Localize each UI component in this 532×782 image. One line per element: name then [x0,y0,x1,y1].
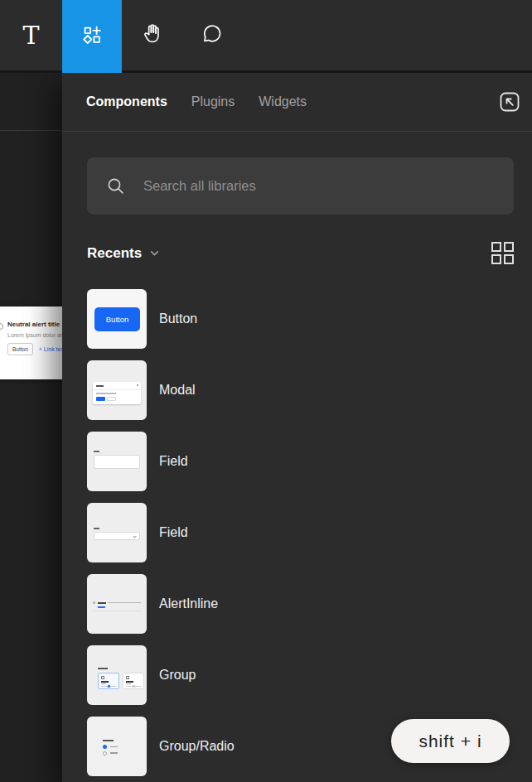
components-tool-icon [81,24,103,49]
tab-components[interactable]: Components [86,94,167,109]
group-radio-thumbnail [87,717,147,776]
comment-bubble-icon [201,22,223,48]
component-item-button[interactable]: Button Button [87,289,532,349]
group-thumbnail [87,645,147,705]
component-item-label: Field [159,454,188,469]
component-item-label: Group [159,668,196,683]
popout-button[interactable] [497,89,522,114]
canvas-guide-line [0,130,62,131]
modal-thumbnail [87,360,147,420]
components-panel: Components Plugins Widgets Recents [62,73,532,782]
hand-tool-icon [141,22,163,48]
search-icon [105,176,127,197]
component-item-label: AlertInline [159,596,218,611]
field-thumbnail [87,432,147,491]
text-tool-button[interactable]: T [0,0,62,70]
alert-actions: Button + Link text [7,343,62,355]
component-item-alertinline[interactable]: AlertInline [87,574,532,634]
canvas-alert-component-preview[interactable]: Neutral alert title Lorem ipsum dolor am… [0,307,62,379]
hand-tool-button[interactable] [122,0,181,70]
shortcut-hint-pill: shift + i [391,719,510,763]
comment-tool-button[interactable] [181,0,241,70]
button-thumbnail: Button [87,289,147,349]
component-item-field-select[interactable]: Field [87,503,532,562]
component-list: Button Button Modal [87,289,532,776]
search-input[interactable] [143,178,496,194]
alert-title: Neutral alert title [7,321,60,328]
component-item-label: Group/Radio [159,739,235,754]
component-item-label: Field [159,525,188,540]
grid-view-icon[interactable] [491,242,514,264]
text-tool-icon: T [22,23,39,48]
component-item-label: Button [159,311,197,326]
alert-link: + Link text [39,346,62,352]
thumb-blue-button: Button [94,307,140,331]
info-icon [0,323,3,330]
recents-header: Recents [87,242,514,264]
search-bar[interactable] [87,157,514,215]
tab-widgets[interactable]: Widgets [259,94,307,109]
canvas-area[interactable]: Neutral alert title Lorem ipsum dolor am… [0,73,62,782]
tab-plugins[interactable]: Plugins [191,94,235,109]
alert-button: Button [7,343,33,355]
chevron-down-icon[interactable] [149,248,160,258]
field-select-thumbnail [87,503,147,562]
alertinline-thumbnail [87,574,147,634]
arrow-northwest-icon [497,89,522,114]
component-item-modal[interactable]: Modal [87,360,532,420]
recents-title[interactable]: Recents [87,245,142,262]
panel-tab-bar: Components Plugins Widgets [62,73,532,132]
component-item-label: Modal [159,383,196,398]
component-item-group[interactable]: Group [87,645,532,705]
alert-body-text: Lorem ipsum dolor amet consec [7,332,62,338]
components-tool-button-active[interactable] [62,0,122,73]
component-item-field[interactable]: Field [87,432,532,491]
figma-app-window: T [0,0,532,782]
